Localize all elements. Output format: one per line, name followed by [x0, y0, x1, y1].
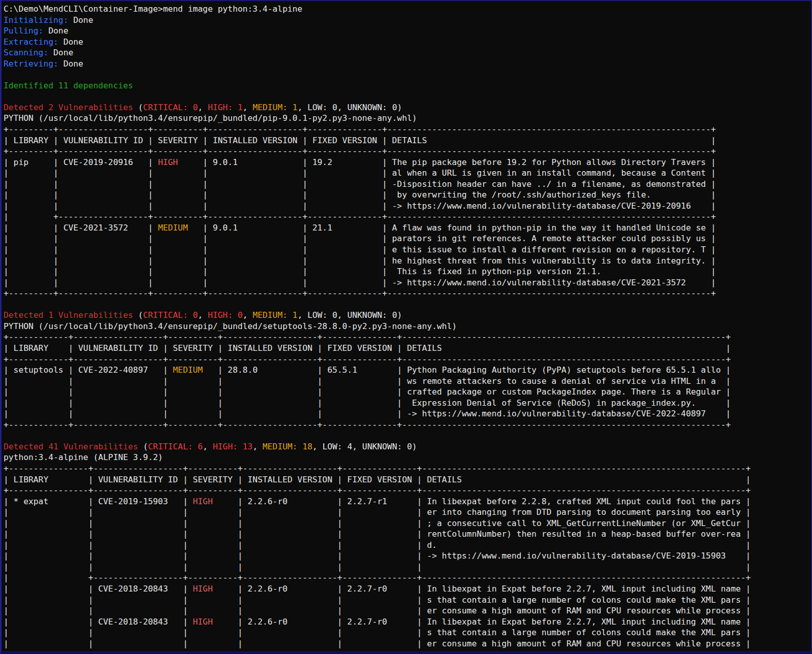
terminal-line: | pip | CVE-2019-20916 | HIGH | 9.0.1 | …: [4, 157, 811, 168]
terminal-line: [4, 430, 811, 441]
terminal-line: | | | | | | s that contain a large numbe…: [4, 627, 811, 638]
terminal-line: | | | | | | er consume a high amount of …: [4, 605, 811, 616]
terminal-line: PYTHON (/usr/local/lib/python3.4/ensurep…: [4, 321, 811, 332]
terminal-line: | | CVE-2021-3572 | MEDIUM | 9.0.1 | 21.…: [4, 222, 811, 234]
terminal-line: | +------------------+----------+-------…: [4, 572, 811, 583]
terminal-line: | | | | | | e this issue to install a di…: [4, 244, 811, 255]
terminal-line: | | | | | | by overwriting the /root/.ss…: [4, 189, 811, 201]
terminal-line: python:3.4-alpine (ALPINE 3.9.2): [4, 452, 811, 463]
terminal-line: | | | | | | |: [4, 562, 811, 573]
terminal-line: | | | | | | This is fixed in python-pip …: [4, 266, 811, 277]
terminal-line: Detected 1 Vulnerabilities (CRITICAL: 0,…: [4, 310, 811, 321]
terminal-line: Detected 2 Vulnerabilities (CRITICAL: 0,…: [4, 102, 811, 113]
terminal-window: { "palette": { "bg": "#0c0c0c", "fg": "#…: [0, 0, 812, 654]
terminal-line: | | | | | | d. |: [4, 540, 811, 551]
terminal-line: Scanning: Done: [4, 47, 811, 58]
terminal-line: | | | | | | parators in git references. …: [4, 233, 811, 244]
terminal-line: | LIBRARY | VULNERABILITY ID | SEVERITY …: [4, 474, 811, 485]
terminal-line: | | | | | | rentColumnNumber) then resul…: [4, 529, 811, 540]
terminal-line: | | | | | | ws remote attackers to cause…: [4, 376, 811, 387]
terminal-line: | | CVE-2018-20843 | HIGH | 2.2.6-r0 | 2…: [4, 616, 811, 628]
terminal-line: | * expat | CVE-2019-15903 | HIGH | 2.2.…: [4, 496, 811, 507]
terminal-line: +------------+------------------+-------…: [4, 419, 811, 431]
terminal-line: +---------+------------------+----------…: [4, 146, 811, 157]
terminal-line: [4, 91, 811, 102]
terminal-line: Extracting: Done: [4, 37, 811, 48]
terminal-line: C:\Demo\MendCLI\Container-Image>mend ima…: [4, 4, 811, 15]
terminal-line: | | | | | | -> https://www.mend.io/vulne…: [4, 408, 811, 419]
terminal-line: | +------------------+----------+-------…: [4, 211, 811, 222]
terminal-line: +------------+------------------+-------…: [4, 354, 811, 365]
terminal-line: | LIBRARY | VULNERABILITY ID | SEVERITY …: [4, 135, 811, 146]
terminal-line: | | | | | | Expression Denial of Service…: [4, 398, 811, 409]
terminal-line: PYTHON (/usr/local/lib/python3.4/ensurep…: [4, 113, 811, 124]
terminal-line: | | | | | | he highest threat from this …: [4, 255, 811, 267]
terminal-line: +---------+------------------+----------…: [4, 288, 811, 299]
terminal-line: +------------+------------------+-------…: [4, 332, 811, 343]
terminal-line: | LIBRARY | VULNERABILITY ID | SEVERITY …: [4, 343, 811, 354]
terminal-line: | | CVE-2018-20843 | HIGH | 2.2.6-r0 | 2…: [4, 583, 811, 595]
terminal-line: +----------------+------------------+---…: [4, 463, 811, 474]
terminal-line: Pulling: Done: [4, 25, 811, 37]
terminal-line: [4, 299, 811, 310]
terminal-line: | | | | | | er into changing from DTD pa…: [4, 507, 811, 518]
terminal-line: | | | | | | -> https://www.mend.io/vulne…: [4, 201, 811, 212]
terminal-line: [4, 69, 811, 80]
terminal-line: Identified 11 dependencies: [4, 80, 811, 91]
terminal-line: +---------+------------------+----------…: [4, 124, 811, 135]
terminal-line: Detected 41 Vulnerabilities (CRITICAL: 6…: [4, 441, 811, 452]
terminal-line: | | | | | | -> https://www.mend.io/vulne…: [4, 277, 811, 288]
terminal-line: | | | | | | crafted package or custom Pa…: [4, 386, 811, 398]
terminal-line: | setuptools | CVE-2022-40897 | MEDIUM |…: [4, 365, 811, 376]
terminal-line: Initializing: Done: [4, 15, 811, 26]
terminal-line: | | | | | | s that contain a large numbe…: [4, 595, 811, 606]
terminal-line: | | | | | | er consume a high amount of …: [4, 638, 811, 649]
terminal-output: C:\Demo\MendCLI\Container-Image>mend ima…: [2, 1, 811, 649]
terminal-line: | | | | | | -Disposition header can have…: [4, 179, 811, 190]
terminal-line: Retrieving: Done: [4, 58, 811, 70]
terminal-line: | | | | | | -> https://www.mend.io/vulne…: [4, 550, 811, 562]
terminal-line: | | | | | | al when a URL is given in an…: [4, 168, 811, 179]
terminal-line: +----------------+------------------+---…: [4, 485, 811, 496]
terminal-line: | | | | | | ; a consecutive call to XML_…: [4, 518, 811, 529]
